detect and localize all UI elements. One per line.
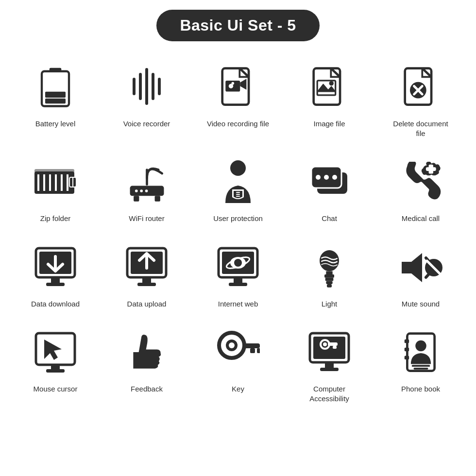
svg-rect-91 xyxy=(328,342,338,346)
svg-rect-77 xyxy=(46,369,65,373)
icon-cell-battery-level: Battery level xyxy=(10,56,101,146)
svg-rect-3 xyxy=(45,99,66,104)
data-download-label: Data download xyxy=(31,299,80,309)
page-title: Basic Ui Set - 5 xyxy=(156,10,319,41)
svg-point-37 xyxy=(145,189,148,192)
svg-rect-86 xyxy=(313,337,345,359)
icon-cell-key: Key xyxy=(192,321,284,411)
light-icon xyxy=(303,241,356,294)
svg-rect-22 xyxy=(34,169,74,173)
internet-web-label: Internet web xyxy=(218,299,258,309)
delete-document-file-icon xyxy=(394,61,447,114)
svg-rect-40 xyxy=(236,194,240,195)
phone-book-icon xyxy=(394,326,447,379)
wifi-router-label: WiFi router xyxy=(129,214,164,223)
phone-book-label: Phone book xyxy=(401,384,440,394)
svg-rect-62 xyxy=(229,283,247,286)
user-protection-icon xyxy=(211,155,265,209)
icon-cell-image-file: Image file xyxy=(284,56,375,146)
zip-folder-label: Zip folder xyxy=(40,214,71,223)
svg-rect-57 xyxy=(137,283,156,286)
svg-rect-39 xyxy=(236,192,240,193)
icon-cell-voice-recorder: Voice recorder xyxy=(101,56,192,146)
light-label: Light xyxy=(322,299,338,309)
svg-marker-72 xyxy=(402,253,422,282)
icon-cell-chat: Chat xyxy=(284,151,375,231)
icon-cell-computer-accessibility: Computer Accessibility xyxy=(284,321,375,411)
image-file-icon xyxy=(303,61,356,114)
svg-rect-81 xyxy=(242,343,260,348)
svg-rect-41 xyxy=(236,196,240,197)
svg-rect-1 xyxy=(50,68,62,72)
svg-rect-2 xyxy=(45,92,66,98)
chat-label: Chat xyxy=(322,214,337,223)
internet-web-icon xyxy=(211,241,265,294)
svg-rect-61 xyxy=(234,277,242,283)
user-protection-label: User protection xyxy=(213,214,263,223)
icon-cell-feedback: Feedback xyxy=(101,321,192,411)
svg-rect-82 xyxy=(250,348,255,353)
svg-point-44 xyxy=(316,175,321,180)
icon-grid: Battery level Voice recorder xyxy=(10,56,466,411)
svg-rect-95 xyxy=(404,347,408,351)
mouse-cursor-label: Mouse cursor xyxy=(34,384,78,394)
video-recording-file-icon xyxy=(211,61,265,114)
svg-rect-69 xyxy=(325,278,334,281)
zip-folder-icon xyxy=(29,155,82,209)
voice-recorder-icon xyxy=(120,61,173,114)
svg-rect-56 xyxy=(142,277,151,283)
svg-rect-83 xyxy=(257,348,260,353)
data-upload-icon xyxy=(120,241,173,294)
svg-point-65 xyxy=(234,259,242,267)
icon-cell-internet-web: Internet web xyxy=(192,236,284,317)
svg-rect-70 xyxy=(326,281,332,284)
svg-point-36 xyxy=(140,189,143,192)
key-icon xyxy=(211,326,265,379)
svg-rect-34 xyxy=(154,196,160,201)
svg-rect-76 xyxy=(51,365,60,370)
icon-cell-data-upload: Data upload xyxy=(101,236,192,317)
svg-point-97 xyxy=(415,340,426,351)
medical-call-icon xyxy=(394,155,447,209)
mute-sound-label: Mute sound xyxy=(402,299,440,309)
feedback-icon xyxy=(120,326,173,379)
svg-rect-94 xyxy=(404,339,408,343)
icon-cell-video-recording-file: Video recording file xyxy=(192,56,284,146)
data-download-icon xyxy=(29,241,82,294)
key-label: Key xyxy=(232,384,244,394)
computer-accessibility-label: Computer Accessibility xyxy=(298,384,361,403)
svg-point-84 xyxy=(229,342,235,348)
icon-cell-data-download: Data download xyxy=(10,236,101,317)
svg-rect-88 xyxy=(320,368,339,371)
computer-accessibility-icon xyxy=(303,326,356,379)
chat-icon xyxy=(303,155,356,209)
wifi-router-icon xyxy=(120,155,173,209)
icon-cell-mute-sound: Mute sound xyxy=(375,236,466,317)
icon-cell-delete-document-file: Delete document file xyxy=(375,56,466,146)
icon-cell-light: Light xyxy=(284,236,375,317)
icon-cell-mouse-cursor: Mouse cursor xyxy=(10,321,101,411)
voice-recorder-label: Voice recorder xyxy=(123,119,170,129)
svg-point-90 xyxy=(323,342,327,346)
battery-level-icon xyxy=(29,61,82,114)
feedback-label: Feedback xyxy=(131,384,163,394)
svg-point-35 xyxy=(135,189,137,192)
svg-rect-92 xyxy=(333,346,337,349)
battery-level-label: Battery level xyxy=(35,119,76,129)
svg-rect-33 xyxy=(134,196,139,201)
svg-rect-67 xyxy=(326,271,332,274)
mute-sound-icon xyxy=(394,241,447,294)
delete-document-file-label: Delete document file xyxy=(389,119,452,138)
svg-rect-52 xyxy=(46,283,65,286)
svg-marker-78 xyxy=(44,340,62,360)
svg-point-16 xyxy=(329,81,333,85)
svg-rect-96 xyxy=(404,356,408,359)
svg-rect-71 xyxy=(327,284,332,288)
image-file-label: Image file xyxy=(313,119,345,129)
svg-rect-87 xyxy=(325,362,334,368)
svg-rect-48 xyxy=(428,164,433,173)
icon-cell-medical-call: Medical call xyxy=(375,151,466,231)
svg-rect-68 xyxy=(324,274,334,278)
icon-cell-phone-book: Phone book xyxy=(375,321,466,411)
medical-call-label: Medical call xyxy=(402,214,440,223)
